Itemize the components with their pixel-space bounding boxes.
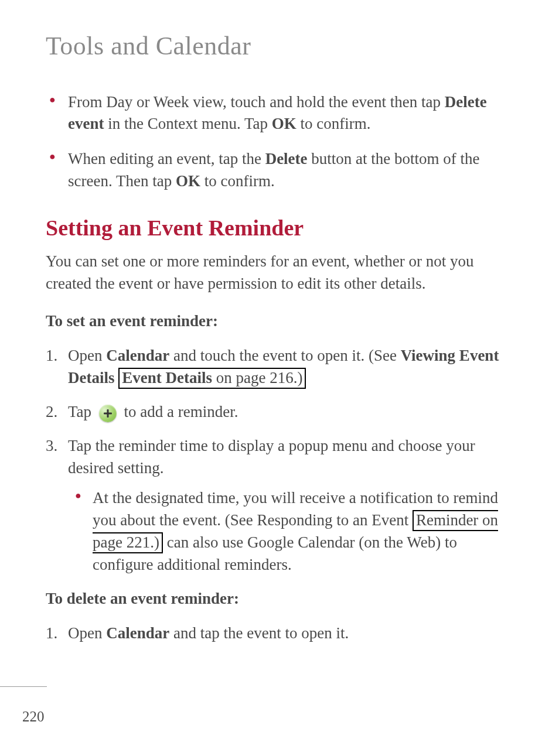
- xref-bold-phrase: Event Details: [122, 369, 212, 386]
- bold-text: OK: [176, 172, 200, 190]
- text-fragment: Open: [68, 347, 106, 364]
- footer-rule: [0, 686, 47, 687]
- top-bullet-list: From Day or Week view, touch and hold th…: [46, 91, 513, 193]
- text-fragment: to confirm.: [200, 172, 275, 190]
- list-item: When editing an event, tap the Delete bu…: [46, 148, 513, 193]
- step-number: 2.: [46, 401, 57, 423]
- text-fragment: and touch the event to open it. (See: [169, 347, 400, 364]
- text-fragment: Open: [68, 624, 106, 642]
- xref-viewing-event-details[interactable]: Event Details on page 216.): [118, 368, 306, 389]
- list-item: From Day or Week view, touch and hold th…: [46, 91, 513, 136]
- sub-heading-set: To set an event reminder:: [46, 310, 513, 333]
- bold-text: Calendar: [106, 347, 169, 364]
- intro-paragraph: You can set one or more reminders for an…: [46, 251, 513, 295]
- list-item: At the designated time, you will receive…: [68, 487, 513, 576]
- chapter-title: Tools and Calendar: [46, 28, 513, 64]
- manual-page: Tools and Calendar From Day or Week view…: [0, 0, 559, 756]
- text-fragment: to add a reminder.: [124, 403, 238, 420]
- text-fragment: and tap the event to open it.: [169, 624, 349, 642]
- xref-page-ref: on page 216.): [212, 369, 302, 386]
- step-1-set: 1. Open Calendar and touch the event to …: [46, 345, 513, 389]
- step-number: 3.: [46, 435, 57, 457]
- bold-text: OK: [272, 115, 296, 132]
- step-2-set: 2. Tap to add a reminder.: [46, 401, 513, 423]
- text-fragment: to confirm.: [296, 115, 371, 132]
- text-fragment: Tap the reminder time to display a popup…: [68, 437, 475, 477]
- step-3-set: 3. Tap the reminder time to display a po…: [46, 435, 513, 576]
- text-fragment: Tap: [68, 403, 96, 420]
- bold-text: Calendar: [106, 624, 169, 642]
- step-number: 1.: [46, 345, 57, 367]
- text-fragment: When editing an event, tap the: [68, 150, 265, 167]
- sub-heading-delete: To delete an event reminder:: [46, 588, 513, 610]
- text-fragment: From Day or Week view, touch and hold th…: [68, 93, 445, 111]
- inner-bullet-list: At the designated time, you will receive…: [68, 487, 513, 576]
- section-heading: Setting an Event Reminder: [46, 213, 513, 244]
- add-reminder-plus-icon[interactable]: [99, 405, 117, 422]
- bold-text: Delete: [265, 150, 308, 167]
- step-number: 1.: [46, 622, 57, 645]
- page-number: 220: [22, 706, 45, 727]
- step-1-delete: 1. Open Calendar and tap the event to op…: [46, 622, 513, 645]
- text-fragment: in the Context menu. Tap: [104, 115, 271, 132]
